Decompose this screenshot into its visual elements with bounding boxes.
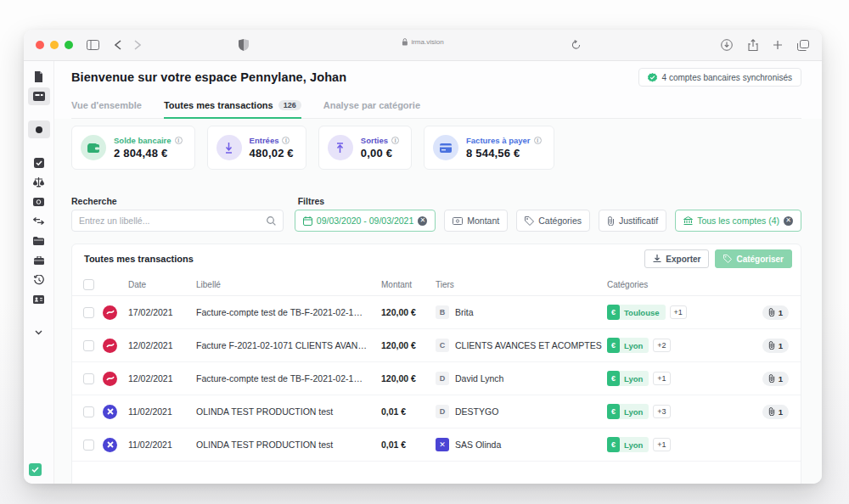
more-categories-badge[interactable]: +3 xyxy=(653,405,670,418)
check-circle-icon xyxy=(648,73,657,82)
euro-tag-icon: € xyxy=(607,305,620,320)
sync-accounts-badge[interactable]: 4 comptes bancaires synchronisés xyxy=(638,68,801,87)
tiers-avatar: ✕ xyxy=(436,438,449,451)
category-tag[interactable]: €Lyon xyxy=(607,338,649,353)
cell-montant: 120,00 € xyxy=(381,340,436,350)
category-tag[interactable]: €Lyon xyxy=(607,437,649,452)
more-categories-badge[interactable]: +1 xyxy=(670,305,687,319)
chat-widget-icon[interactable] xyxy=(29,463,42,476)
more-categories-badge[interactable]: +1 xyxy=(653,438,670,451)
tab-analyse-par-categorie[interactable]: Analyse par catégorie xyxy=(323,93,420,119)
address-bar[interactable]: irma.vision xyxy=(402,38,443,46)
date-range-filter[interactable]: 09/03/2020 - 09/03/2021 ✕ xyxy=(295,210,436,232)
documents-icon[interactable] xyxy=(28,68,50,86)
table-row[interactable]: 11/02/2021 OLINDA TEST PRODUCTION test 0… xyxy=(72,395,801,428)
reload-icon[interactable] xyxy=(568,37,583,53)
cell-categories: €Lyon +2 xyxy=(607,338,753,353)
row-checkbox[interactable] xyxy=(83,307,94,318)
select-all-checkbox[interactable] xyxy=(83,279,94,290)
cell-tiers: BBrita xyxy=(436,305,607,319)
card-euro-icon[interactable] xyxy=(28,193,50,210)
attachments-badge[interactable]: 1 xyxy=(762,339,789,353)
column-libelle: Libellé xyxy=(196,280,381,289)
history-icon[interactable] xyxy=(28,271,50,288)
paperclip-icon xyxy=(768,374,775,383)
row-checkbox[interactable] xyxy=(83,340,94,351)
categorize-button[interactable]: Catégoriser xyxy=(715,249,792,268)
filters-section-label: Filtres xyxy=(298,196,325,206)
contacts-card-icon[interactable] xyxy=(28,290,50,308)
more-categories-badge[interactable]: +2 xyxy=(653,339,670,352)
suppliers-case-icon[interactable] xyxy=(28,251,50,269)
forward-button[interactable] xyxy=(130,37,145,53)
stat-card-solde-bancaire[interactable]: Solde bancairei 2 804,48 € xyxy=(71,126,195,170)
table-row[interactable]: 12/02/2021 Facture-compte test de TB-F-2… xyxy=(72,362,801,395)
attachments-badge[interactable]: 1 xyxy=(762,372,789,386)
search-box[interactable] xyxy=(71,210,284,232)
clear-accounts-filter-icon[interactable]: ✕ xyxy=(784,216,793,226)
cell-date: 12/02/2021 xyxy=(128,340,196,350)
search-input[interactable] xyxy=(79,216,267,226)
new-tab-icon[interactable] xyxy=(770,37,785,53)
search-section-label: Recherche xyxy=(71,196,117,206)
stat-card-entrees[interactable]: Entréesi 480,02 € xyxy=(207,126,306,170)
wallet-icon xyxy=(81,135,106,160)
categories-filter-label: Catégories xyxy=(538,216,582,226)
downloads-icon[interactable] xyxy=(719,37,734,53)
row-checkbox[interactable] xyxy=(83,373,94,384)
attachments-badge[interactable]: 1 xyxy=(762,405,789,419)
row-checkbox[interactable] xyxy=(83,406,94,417)
stat-card-sorties[interactable]: Sortiesi 0,00 € xyxy=(318,126,412,170)
category-tag[interactable]: €Lyon xyxy=(607,371,649,386)
dot-indicator-icon[interactable] xyxy=(28,120,50,138)
cell-montant: 120,00 € xyxy=(381,373,436,384)
paperclip-icon xyxy=(607,216,615,226)
more-categories-badge[interactable]: +1 xyxy=(653,372,670,385)
justificatif-filter-button[interactable]: Justificatif xyxy=(599,210,666,232)
cell-montant: 0,01 € xyxy=(381,406,436,417)
category-tag[interactable]: €Toulouse xyxy=(607,305,666,320)
privacy-shield-icon[interactable] xyxy=(236,37,251,53)
tiers-avatar: D xyxy=(436,372,449,385)
transfers-arrows-icon[interactable] xyxy=(28,212,50,230)
folder-icon[interactable] xyxy=(28,232,50,249)
tasks-check-icon[interactable] xyxy=(28,154,50,171)
montant-filter-button[interactable]: Montant xyxy=(444,210,508,232)
stat-label: Entrées xyxy=(250,136,279,145)
info-icon[interactable]: i xyxy=(534,137,542,144)
minimize-window-button[interactable] xyxy=(50,41,59,49)
info-icon[interactable]: i xyxy=(282,137,290,144)
paperclip-icon xyxy=(768,341,775,350)
tab-vue-densemble[interactable]: Vue d'ensemble xyxy=(71,93,142,119)
table-row[interactable]: 17/02/2021 Facture-compte test de TB-F-2… xyxy=(72,296,801,329)
browser-toolbar: irma.vision xyxy=(24,30,822,61)
info-icon[interactable]: i xyxy=(391,137,399,144)
table-row[interactable]: 11/02/2021 OLINDA TEST PRODUCTION test 0… xyxy=(72,428,801,462)
category-tag[interactable]: €Lyon xyxy=(607,404,649,419)
tab-overview-icon[interactable] xyxy=(796,37,811,53)
balance-scale-icon[interactable] xyxy=(28,173,50,191)
stat-cards: Solde bancairei 2 804,48 € Entréesi 480,… xyxy=(71,126,801,170)
bank-logo-icon xyxy=(103,372,117,386)
attachments-badge[interactable]: 1 xyxy=(762,305,789,320)
euro-tag-icon: € xyxy=(607,404,620,419)
table-title: Toutes mes transactions xyxy=(84,254,194,264)
window-controls xyxy=(36,41,73,49)
tab-toutes-mes-transactions[interactable]: Toutes mes transactions 126 xyxy=(164,93,301,119)
info-icon[interactable]: i xyxy=(175,137,183,144)
accounts-filter[interactable]: Tous les comptes (4) ✕ xyxy=(675,210,801,232)
chevron-down-icon[interactable] xyxy=(28,323,50,341)
zoom-window-button[interactable] xyxy=(65,41,73,49)
row-checkbox[interactable] xyxy=(83,440,94,451)
export-button[interactable]: Exporter xyxy=(644,249,709,268)
share-icon[interactable] xyxy=(745,37,761,53)
back-button[interactable] xyxy=(110,37,126,53)
sidebar-toggle-icon[interactable] xyxy=(85,37,100,53)
column-date: Date xyxy=(128,280,196,289)
stat-card-factures-a-payer[interactable]: Factures à payeri 8 544,56 € xyxy=(424,126,554,170)
categories-filter-button[interactable]: Catégories xyxy=(516,210,590,232)
close-window-button[interactable] xyxy=(36,41,44,49)
clear-date-filter-icon[interactable]: ✕ xyxy=(418,216,427,226)
card-reader-icon[interactable] xyxy=(28,87,50,105)
table-row[interactable]: 12/02/2021 Facture F-2021-02-1071 CLIENT… xyxy=(72,329,801,362)
